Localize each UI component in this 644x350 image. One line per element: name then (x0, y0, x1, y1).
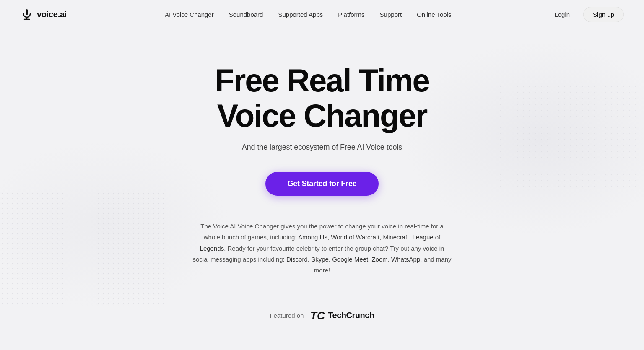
link-minecraft[interactable]: Minecraft (383, 233, 409, 241)
logo-text: voice.ai (37, 10, 67, 19)
nav-ai-voice-changer[interactable]: AI Voice Changer (165, 11, 214, 18)
svg-text:TC: TC (310, 309, 325, 321)
get-started-button[interactable]: Get Started for Free (265, 172, 378, 196)
logo-icon (20, 8, 34, 21)
navbar: voice.ai AI Voice Changer Soundboard Sup… (0, 0, 644, 29)
link-skype[interactable]: Skype (311, 256, 329, 263)
link-whatsapp[interactable]: WhatsApp (391, 256, 420, 263)
featured-label: Featured on (270, 312, 304, 319)
nav-platforms[interactable]: Platforms (338, 11, 364, 18)
signup-button[interactable]: Sign up (583, 7, 624, 22)
techcrunch-tc-icon: TC (310, 309, 325, 321)
featured-section: Featured on TC TechCrunch (270, 309, 374, 338)
logo[interactable]: voice.ai (20, 8, 67, 21)
link-zoom[interactable]: Zoom (371, 256, 387, 263)
hero-description: The Voice AI Voice Changer gives you the… (192, 221, 452, 276)
nav-links: AI Voice Changer Soundboard Supported Ap… (165, 11, 451, 18)
main-content: Free Real Time Voice Changer And the lar… (0, 29, 644, 338)
svg-rect-0 (26, 9, 28, 15)
link-google-meet[interactable]: Google Meet (332, 256, 368, 263)
login-button[interactable]: Login (549, 8, 575, 21)
hero-title: Free Real Time Voice Changer (215, 63, 429, 133)
hero-title-line2: Voice Changer (217, 98, 427, 133)
link-among-us[interactable]: Among Us (298, 233, 327, 241)
navbar-actions: Login Sign up (549, 7, 624, 22)
nav-soundboard[interactable]: Soundboard (229, 11, 263, 18)
hero-title-line1: Free Real Time (215, 62, 429, 98)
techcrunch-name: TechCrunch (328, 311, 374, 320)
hero-subtitle: And the largest ecosystem of Free AI Voi… (242, 143, 402, 152)
nav-support[interactable]: Support (380, 11, 402, 18)
nav-supported-apps[interactable]: Supported Apps (278, 11, 323, 18)
nav-online-tools[interactable]: Online Tools (417, 11, 451, 18)
techcrunch-logo: TC TechCrunch (310, 309, 374, 321)
link-world-of-warcraft[interactable]: World of Warcraft (331, 233, 379, 241)
link-discord[interactable]: Discord (286, 256, 308, 263)
